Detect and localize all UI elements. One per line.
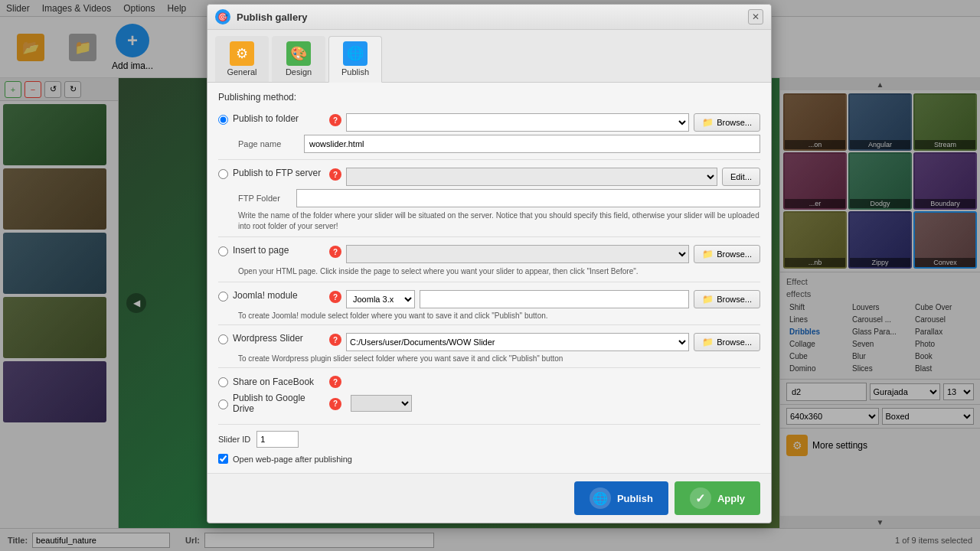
joomla-info-text: To create Joomla! module select folder w… [238, 311, 760, 320]
joomla-help-icon[interactable]: ? [329, 291, 341, 303]
ftp-section: Publish to FTP server ? Edit... FTP Fold… [218, 165, 760, 232]
dialog-app-icon: 🎯 [215, 9, 230, 24]
dialog-body: Publishing method: Publish to folder ? 📁… [207, 83, 771, 473]
apply-button[interactable]: ✓ Apply [675, 481, 760, 515]
facebook-help-icon[interactable]: ? [329, 376, 341, 388]
page-name-input[interactable] [304, 135, 760, 153]
folder-radio-row: Publish to folder ? 📁 Browse... [218, 110, 760, 135]
design-tab-icon: 🎨 [286, 41, 311, 66]
joomla-browse-button[interactable]: 📁 Browse... [694, 290, 760, 308]
wp-browse-icon: 📁 [702, 337, 714, 347]
slider-id-section: Slider ID Open web-page after publishing [218, 424, 760, 464]
folder-path-select[interactable] [346, 113, 689, 132]
wp-radio-label: Wordpress Slider [233, 333, 325, 344]
ftp-edit-button[interactable]: Edit... [722, 168, 760, 186]
slider-id-label: Slider ID [218, 435, 250, 444]
joomla-path-input[interactable] [420, 290, 689, 308]
folder-help-icon[interactable]: ? [329, 114, 341, 126]
insert-help-icon[interactable]: ? [329, 246, 341, 258]
ftp-radio-label: Publish to FTP server [233, 168, 325, 178]
joomla-section: Joomla! module ? Joomla 3.x Joomla 2.5 J… [218, 287, 760, 320]
browse-label: Browse... [717, 118, 752, 127]
folder-radio-label: Publish to folder [233, 113, 325, 124]
joomla-radio[interactable] [218, 292, 228, 302]
publish-tab-label: Publish [341, 67, 369, 77]
joomla-browse-label: Browse... [717, 295, 752, 304]
joomla-radio-row: Joomla! module ? Joomla 3.x Joomla 2.5 J… [218, 287, 760, 311]
facebook-radio[interactable] [218, 377, 228, 387]
joomla-content: To create Joomla! module select folder w… [238, 311, 760, 320]
dialog-title-left: 🎯 Publish gallery [215, 9, 307, 24]
insert-section: Insert to page ? 📁 Browse... Open your H… [218, 242, 760, 277]
gdrive-row: Publish to Google Drive ? [218, 390, 760, 416]
publishing-method-label: Publishing method: [218, 92, 760, 103]
facebook-radio-label: Share on FaceBook [233, 377, 325, 387]
ftp-content: FTP Folder Write the name of the folder … [238, 189, 760, 232]
publish-button[interactable]: 🌐 Publish [574, 481, 668, 515]
apply-button-label: Apply [717, 493, 745, 504]
facebook-row: Share on FaceBook ? [218, 373, 760, 390]
joomla-radio-label: Joomla! module [233, 290, 325, 301]
insert-browse-button[interactable]: 📁 Browse... [694, 245, 760, 263]
open-webpage-label: Open web-page after publishing [233, 455, 352, 464]
tab-design[interactable]: 🎨 Design [272, 36, 325, 82]
dialog-tabs: ⚙ General 🎨 Design 🌐 Publish [207, 30, 771, 83]
ftp-radio[interactable] [218, 169, 228, 179]
publish-button-label: Publish [617, 493, 653, 504]
insert-browse-label: Browse... [717, 249, 752, 259]
insert-content: Open your HTML page. Click inside the pa… [238, 266, 760, 277]
wp-browse-button[interactable]: 📁 Browse... [694, 333, 760, 351]
slider-id-input[interactable] [256, 431, 299, 448]
browse-folder-icon: 📁 [702, 117, 714, 128]
design-tab-label: Design [286, 67, 312, 77]
wordpress-section: Wordpress Slider ? C:/Users/user/Documen… [218, 330, 760, 363]
publish-tab-icon: 🌐 [343, 41, 368, 66]
insert-info-text: Open your HTML page. Click inside the pa… [238, 266, 760, 277]
wp-radio[interactable] [218, 334, 228, 344]
ftp-folder-label: FTP Folder [238, 194, 292, 203]
ftp-server-select[interactable] [346, 168, 717, 186]
insert-browse-icon: 📁 [702, 249, 714, 259]
wp-content: To create Wordpress plugin slider select… [238, 354, 760, 363]
dialog-footer: 🌐 Publish ✓ Apply [207, 473, 771, 523]
wp-info-text: To create Wordpress plugin slider select… [238, 354, 760, 363]
ftp-radio-row: Publish to FTP server ? Edit... [218, 165, 760, 189]
slider-id-row: Slider ID [218, 431, 760, 448]
page-name-row: Page name [238, 135, 760, 153]
dialog-overlay: 🎯 Publish gallery ✕ ⚙ General 🎨 Design 🌐… [0, 0, 980, 551]
gdrive-help-icon[interactable]: ? [329, 398, 341, 410]
gdrive-radio-label: Publish to Google Drive [233, 393, 325, 414]
folder-content: Page name [238, 135, 760, 153]
insert-radio-label: Insert to page [233, 245, 325, 256]
tab-general[interactable]: ⚙ General [215, 36, 269, 82]
insert-radio-row: Insert to page ? 📁 Browse... [218, 242, 760, 266]
dialog-titlebar: 🎯 Publish gallery ✕ [207, 5, 771, 30]
ftp-info-text: Write the name of the folder where your … [238, 210, 760, 232]
insert-radio[interactable] [218, 246, 228, 256]
ftp-folder-input[interactable] [296, 189, 760, 207]
wp-help-icon[interactable]: ? [329, 334, 341, 346]
dialog-title: Publish gallery [237, 11, 307, 23]
wp-path-select[interactable]: C:/Users/user/Documents/WOW Slider [346, 333, 689, 351]
insert-page-select[interactable] [346, 245, 689, 263]
ftp-folder-row: FTP Folder [238, 189, 760, 207]
open-webpage-checkbox[interactable] [218, 454, 228, 464]
joomla-browse-icon: 📁 [702, 294, 714, 305]
publish-dialog: 🎯 Publish gallery ✕ ⚙ General 🎨 Design 🌐… [207, 4, 772, 523]
tab-publish[interactable]: 🌐 Publish [328, 36, 382, 83]
ftp-help-icon[interactable]: ? [329, 168, 341, 181]
general-tab-icon: ⚙ [230, 41, 254, 66]
folder-section: Publish to folder ? 📁 Browse... [218, 110, 760, 153]
gdrive-radio[interactable] [218, 399, 228, 409]
folder-browse-button[interactable]: 📁 Browse... [694, 113, 760, 132]
apply-button-icon: ✓ [690, 487, 711, 509]
publish-button-icon: 🌐 [590, 487, 611, 509]
folder-radio[interactable] [218, 115, 228, 125]
general-tab-label: General [227, 67, 256, 77]
open-webpage-row: Open web-page after publishing [218, 454, 760, 464]
gdrive-select[interactable] [351, 395, 412, 412]
joomla-version-select[interactable]: Joomla 3.x Joomla 2.5 Joomla 1.5 [346, 290, 415, 308]
dialog-close-button[interactable]: ✕ [748, 9, 763, 24]
page-name-label: Page name [238, 139, 299, 148]
wp-browse-label: Browse... [717, 337, 752, 347]
